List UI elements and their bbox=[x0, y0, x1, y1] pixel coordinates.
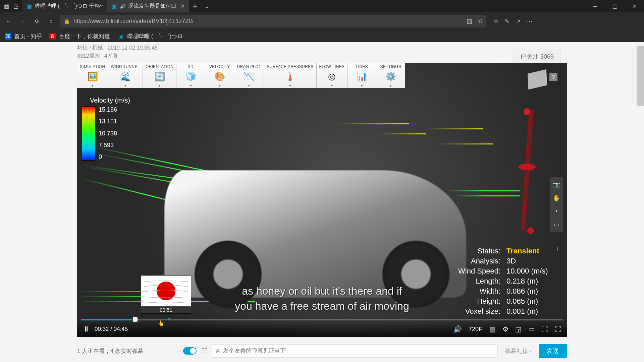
danmaku-bar: 1 人正在看，4 条实时弹幕 ☷ A 弹幕礼仪 › 发送 bbox=[77, 341, 567, 361]
tool-3d[interactable]: 3D🧊▼ bbox=[176, 63, 205, 88]
send-button[interactable]: 发送 bbox=[539, 344, 567, 358]
car-model bbox=[164, 170, 466, 298]
bilibili-icon: ▣ bbox=[117, 33, 124, 40]
pause-button[interactable]: ⏸ bbox=[83, 325, 90, 334]
streamline bbox=[436, 143, 493, 144]
danmaku-toggle[interactable] bbox=[183, 347, 197, 355]
recent-icon[interactable]: ◳ bbox=[12, 3, 19, 10]
svg-point-1 bbox=[524, 108, 530, 115]
tool-flow-lines[interactable]: FLOW LINES◎▼ bbox=[317, 63, 348, 88]
browser-tab-strip: ▦ ◳ ▣ 哔哩哔哩 ( ゜- ゜)つロ 干杯~ ▣ 🔊 涡流发生器是如何口 ✕… bbox=[0, 0, 644, 12]
tool-wind-tunnel[interactable]: WIND TUNNEL🌊▼ bbox=[108, 63, 143, 88]
danmaku-off-icon[interactable]: ▤ bbox=[489, 325, 496, 333]
follow-button[interactable]: 已关注 3069 bbox=[514, 49, 561, 64]
tool-drag-plot[interactable]: DRAG PLOT📉▼ bbox=[234, 63, 264, 88]
favorite-icon[interactable]: ☆ bbox=[478, 17, 483, 25]
camera-icon[interactable]: 📷 bbox=[553, 181, 560, 188]
minimize-button[interactable]: ─ bbox=[586, 0, 605, 12]
tool-orientation[interactable]: ORIENTATION🔄▼ bbox=[143, 63, 177, 88]
tab-overflow-icon[interactable]: ⌄ bbox=[201, 3, 212, 9]
progress-bar[interactable]: ▼ bbox=[81, 319, 563, 320]
tool-simulation[interactable]: SIMULATION🖼️▼ bbox=[77, 63, 108, 88]
watching-info: 1 人正在看，4 条实时弹幕 bbox=[77, 347, 144, 355]
bilibili-icon: ▣ bbox=[26, 3, 32, 9]
url-input[interactable] bbox=[73, 18, 463, 25]
simulation-toolbar: SIMULATION🖼️▼ WIND TUNNEL🌊▼ ORIENTATION🔄… bbox=[77, 63, 405, 88]
danmaku-etiquette[interactable]: 弹幕礼仪 › bbox=[502, 347, 534, 355]
lock-icon: 🔒 bbox=[64, 18, 70, 24]
color-scale bbox=[82, 106, 95, 161]
url-bar[interactable]: 🔒 ▥ ☆ bbox=[60, 15, 486, 27]
bookmark-label: 首页 - 知乎 bbox=[14, 33, 42, 40]
view-cube[interactable] bbox=[528, 69, 547, 89]
help-icon[interactable]: ? bbox=[549, 73, 557, 81]
close-window-button[interactable]: ✕ bbox=[625, 0, 644, 12]
streamline bbox=[379, 133, 426, 134]
reader-icon[interactable]: ▥ bbox=[467, 17, 472, 25]
legend-value: 10.738 bbox=[99, 130, 117, 137]
browser-tab-1[interactable]: ▣ 哔哩哔哩 ( ゜- ゜)つロ 干杯~ bbox=[22, 0, 107, 12]
streamline bbox=[426, 128, 483, 129]
velocity-legend: Velocity (m/s) 15.186 13.151 10.738 7.59… bbox=[82, 97, 130, 161]
volume-icon[interactable]: 🔊 bbox=[453, 325, 462, 333]
tool-settings[interactable]: SETTINGS⚙️▼ bbox=[376, 63, 405, 88]
point-icon[interactable]: • bbox=[555, 208, 557, 215]
breadcrumb[interactable]: 科技 › 机械 bbox=[77, 44, 103, 51]
select-icon[interactable]: ▭ bbox=[554, 221, 559, 228]
readinglist-icon[interactable]: ✎ bbox=[505, 18, 509, 24]
tab-title: 涡流发生器是如何口 bbox=[128, 3, 176, 10]
cursor-icon: 👆 bbox=[158, 320, 164, 326]
sidebar-toggle-icon[interactable]: ▦ bbox=[3, 3, 10, 10]
page-scrollbar[interactable] bbox=[637, 46, 644, 106]
bookmark-label: 百度一下，你就知道 bbox=[59, 33, 110, 40]
tool-surface-pressures[interactable]: SURFACE PRESSURES🌡️▼ bbox=[264, 63, 316, 88]
bookmark-bilibili[interactable]: ▣ 哔哩哔哩 ( ゜- ゜)つロ bbox=[117, 33, 183, 40]
bookmark-baidu[interactable]: 百 百度一下，你就知道 bbox=[49, 33, 110, 40]
wide-icon[interactable]: ▭ bbox=[528, 325, 535, 333]
back-button[interactable]: ← bbox=[4, 16, 13, 26]
home-button[interactable]: ⌂ bbox=[46, 16, 56, 26]
svg-rect-0 bbox=[521, 110, 534, 231]
length-value: 0.218 (m) bbox=[506, 277, 557, 286]
quality-button[interactable]: 720P bbox=[469, 326, 483, 333]
browser-tab-2[interactable]: ▣ 🔊 涡流发生器是如何口 ✕ bbox=[107, 0, 189, 12]
zhihu-icon: 知 bbox=[5, 33, 11, 40]
upload-time: 2019-12-02 19:35:45 bbox=[108, 45, 158, 51]
close-icon[interactable]: ✕ bbox=[180, 3, 185, 9]
video-stats: 3312播放 · 4弹幕 bbox=[77, 53, 567, 63]
more-icon[interactable]: ⋯ bbox=[527, 18, 532, 24]
baidu-icon: 百 bbox=[49, 33, 56, 40]
streamline bbox=[335, 123, 409, 124]
forward-button[interactable]: → bbox=[18, 16, 28, 26]
page-body: 科技 › 机械 2019-12-02 19:35:45 3312播放 · 4弹幕… bbox=[0, 42, 644, 362]
time-display: 00:32 / 04:45 bbox=[95, 326, 128, 333]
player-controls: ⏸ 00:32 / 04:45 🔊 720P ▤ ⚙ ◲ ▭ ⛶ ⛶ bbox=[77, 321, 567, 337]
danmaku-input[interactable] bbox=[223, 348, 494, 354]
legend-value: 0 bbox=[99, 154, 117, 161]
preview-time: 00:51 bbox=[141, 306, 191, 313]
refresh-button[interactable]: ⟳ bbox=[32, 16, 42, 26]
tool-velocity[interactable]: VELOCITY🎨▼ bbox=[205, 63, 234, 88]
voxel-value: 0.001 (m) bbox=[506, 307, 557, 316]
new-tab-button[interactable]: + bbox=[189, 2, 201, 11]
share-icon[interactable]: ↗ bbox=[516, 18, 520, 24]
svg-point-2 bbox=[518, 164, 536, 170]
settings-icon[interactable]: ⚙ bbox=[502, 325, 508, 333]
fullscreen-icon[interactable]: ⛶ bbox=[555, 325, 561, 333]
font-style-icon[interactable]: A bbox=[216, 348, 220, 354]
svg-point-3 bbox=[527, 227, 534, 234]
pip-icon[interactable]: ◲ bbox=[515, 325, 522, 333]
maximize-button[interactable]: ▢ bbox=[605, 0, 625, 12]
tab-title: 哔哩哔哩 ( ゜- ゜)つロ 干杯~ bbox=[35, 3, 103, 10]
height-value: 0.065 (m) bbox=[506, 297, 557, 306]
bookmark-zhihu[interactable]: 知 首页 - 知乎 bbox=[5, 33, 42, 40]
plus-icon[interactable]: + bbox=[555, 245, 559, 253]
webfull-icon[interactable]: ⛶ bbox=[541, 325, 548, 333]
bookmarks-bar: 知 首页 - 知乎 百 百度一下，你就知道 ▣ 哔哩哔哩 ( ゜- ゜)つロ bbox=[0, 30, 644, 42]
favorites-icon[interactable]: ✩ bbox=[494, 18, 498, 24]
tool-lines[interactable]: LINES📊▼ bbox=[347, 63, 376, 88]
analysis-value: 3D bbox=[506, 257, 557, 265]
audio-icon[interactable]: 🔊 bbox=[120, 4, 125, 9]
danmaku-list-icon[interactable]: ☷ bbox=[201, 347, 207, 355]
pan-icon[interactable]: ✋ bbox=[553, 194, 560, 202]
